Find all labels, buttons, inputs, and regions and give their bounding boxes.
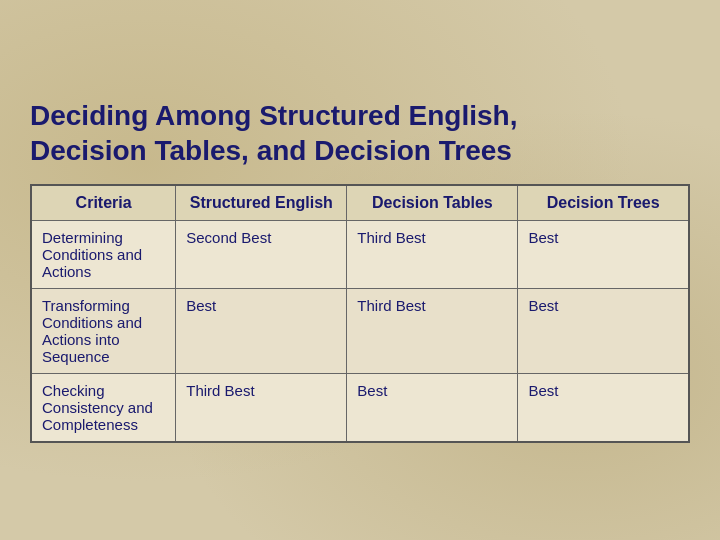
cell-structured_english: Best [176, 288, 347, 373]
table-row: Determining Conditions and ActionsSecond… [31, 220, 689, 288]
comparison-table: Criteria Structured English Decision Tab… [30, 184, 690, 443]
cell-decision_trees: Best [518, 288, 689, 373]
header-criteria: Criteria [31, 185, 176, 221]
header-dtree-label: Decision Trees [547, 194, 660, 211]
cell-decision_tables: Third Best [347, 220, 518, 288]
header-se-label: Structured English [190, 194, 333, 211]
title-line1: Deciding Among Structured English, [30, 100, 517, 131]
cell-decision_trees: Best [518, 373, 689, 442]
header-structured-english: Structured English [176, 185, 347, 221]
cell-decision_trees: Best [518, 220, 689, 288]
cell-decision_tables: Third Best [347, 288, 518, 373]
cell-decision_tables: Best [347, 373, 518, 442]
cell-structured_english: Second Best [176, 220, 347, 288]
table-row: Checking Consistency and CompletenessThi… [31, 373, 689, 442]
table-header-row: Criteria Structured English Decision Tab… [31, 185, 689, 221]
page-title: Deciding Among Structured English, Decis… [30, 98, 690, 168]
table-row: Transforming Conditions and Actions into… [31, 288, 689, 373]
title-line2: Decision Tables, and Decision Trees [30, 135, 512, 166]
header-decision-trees: Decision Trees [518, 185, 689, 221]
cell-criteria: Transforming Conditions and Actions into… [31, 288, 176, 373]
header-decision-tables: Decision Tables [347, 185, 518, 221]
cell-structured_english: Third Best [176, 373, 347, 442]
cell-criteria: Determining Conditions and Actions [31, 220, 176, 288]
cell-criteria: Checking Consistency and Completeness [31, 373, 176, 442]
header-dt-label: Decision Tables [372, 194, 493, 211]
